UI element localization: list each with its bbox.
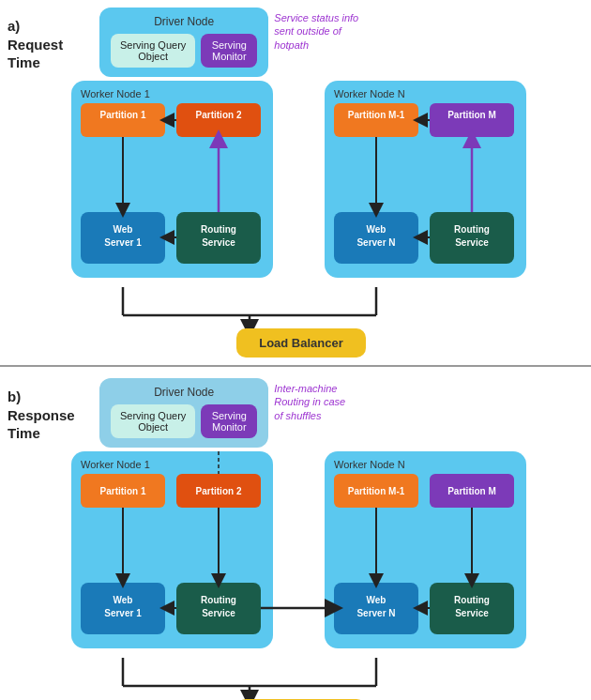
- svg-text:Worker Node 1: Worker Node 1: [81, 88, 150, 99]
- svg-text:Partition 1: Partition 1: [100, 486, 146, 496]
- svg-text:Web: Web: [114, 595, 133, 605]
- svg-rect-8: [334, 103, 418, 137]
- svg-text:Partition M: Partition M: [447, 486, 496, 496]
- svg-text:Server 1: Server 1: [104, 608, 142, 618]
- svg-text:Worker Node N: Worker Node N: [334, 459, 405, 470]
- svg-text:Partition M: Partition M: [447, 110, 496, 120]
- svg-text:Service: Service: [202, 237, 235, 248]
- driver-node-label-b: Driver Node: [154, 386, 214, 399]
- load-balancer-a: Load Balancer: [236, 328, 366, 358]
- svg-text:Server N: Server N: [356, 237, 395, 248]
- svg-text:Server 1: Server 1: [104, 237, 142, 248]
- section-b: b) ResponseTime Driver Node Serving Quer…: [0, 371, 591, 700]
- serving-query-object-b: Serving QueryObject: [111, 404, 195, 438]
- serving-monitor-b: ServingMonitor: [201, 404, 257, 438]
- svg-text:Web: Web: [114, 224, 133, 235]
- svg-rect-4: [81, 103, 165, 137]
- svg-text:Partition 2: Partition 2: [196, 110, 242, 120]
- svg-text:Partition M-1: Partition M-1: [348, 486, 405, 496]
- svg-text:Service: Service: [202, 608, 235, 618]
- side-note-a: Service status infosent outside ofhotpat…: [268, 8, 358, 52]
- svg-text:Server N: Server N: [356, 608, 395, 618]
- svg-text:Partition 1: Partition 1: [100, 110, 146, 120]
- svg-text:Routing: Routing: [454, 595, 490, 605]
- svg-text:Worker Node N: Worker Node N: [334, 88, 405, 99]
- section-a: a) RequestTime Driver Node Serving Query…: [0, 0, 591, 367]
- svg-text:Web: Web: [367, 595, 386, 605]
- driver-node-a: Driver Node Serving QueryObject ServingM…: [99, 8, 268, 77]
- svg-text:Service: Service: [455, 608, 489, 618]
- driver-node-b: Driver Node Serving QueryObject ServingM…: [99, 378, 268, 448]
- section-a-title: a) RequestTime: [8, 17, 71, 72]
- serving-query-object-a: Serving QueryObject: [111, 34, 195, 68]
- svg-text:Web: Web: [367, 224, 386, 235]
- svg-text:Partition 2: Partition 2: [196, 486, 242, 496]
- svg-text:Worker Node 1: Worker Node 1: [81, 459, 150, 470]
- svg-text:Service: Service: [455, 237, 489, 248]
- svg-rect-10: [430, 103, 514, 137]
- svg-rect-6: [176, 103, 261, 137]
- svg-text:Routing: Routing: [201, 595, 236, 605]
- svg-text:Partition M-1: Partition M-1: [348, 110, 405, 120]
- serving-monitor-a: ServingMonitor: [201, 34, 257, 68]
- arrows-svg-b: Worker Node 1 Worker Node N Partition 1 …: [71, 451, 531, 667]
- section-b-title: b) ResponseTime: [8, 388, 71, 443]
- svg-text:Routing: Routing: [454, 224, 490, 235]
- arrows-svg-a: Worker Node 1 Worker Node N Partition 1 …: [71, 81, 531, 297]
- svg-text:Routing: Routing: [201, 224, 236, 235]
- side-note-b: Inter-machineRouting in caseof shuffles: [268, 378, 345, 422]
- driver-node-label-a: Driver Node: [154, 15, 214, 28]
